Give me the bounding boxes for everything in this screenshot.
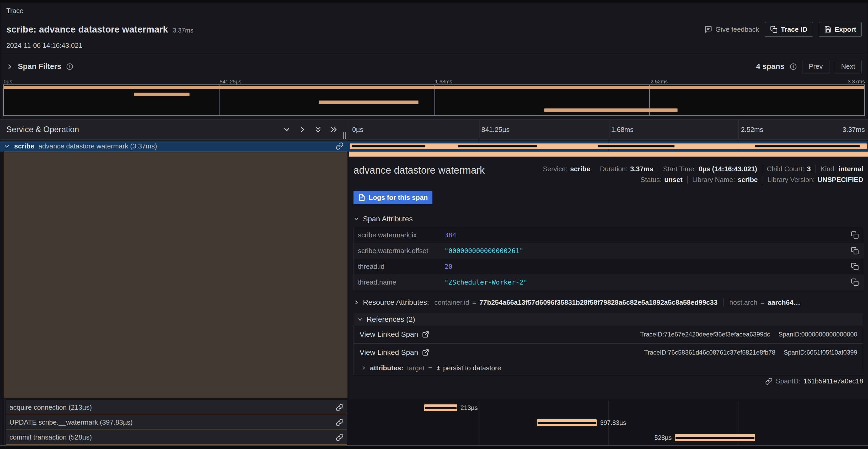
resource-attributes-toggle[interactable]: Resource Attributes:: [353, 298, 429, 307]
collapse-all-icon[interactable]: [314, 126, 322, 133]
root-span-operation: advance datastore watermark (3.37ms): [38, 142, 157, 150]
tree-controls: [283, 120, 338, 139]
trace-id-button[interactable]: Trace ID: [765, 22, 813, 37]
child-span-name-cell[interactable]: commit transaction (528µs): [6, 430, 347, 445]
column-resize-handle[interactable]: [343, 132, 346, 139]
reference-span-id: SpanID:6051f05f10af0399: [784, 349, 857, 356]
meta-label: Duration:: [600, 165, 628, 173]
attribute-row: thread.id 20: [354, 259, 863, 274]
root-span-bar[interactable]: [350, 144, 867, 149]
span-meta-line-1: Service: scribe Duration: 3.37ms: [543, 165, 863, 173]
chevron-right-icon[interactable]: [361, 365, 366, 370]
ruler-gridline: [609, 120, 609, 139]
span-detail-title: advance datastore watermark: [353, 163, 486, 184]
copy-icon[interactable]: [851, 231, 859, 239]
minimap-viewport[interactable]: [3, 85, 865, 116]
page-title: scribe: advance datastore watermark: [6, 24, 168, 35]
attribute-value: persist to datastore: [443, 364, 501, 372]
references-toggle[interactable]: References (2): [353, 313, 863, 326]
link-icon[interactable]: [336, 403, 344, 412]
external-link-icon: [422, 349, 429, 356]
child-span-bar[interactable]: 397.83µs: [537, 419, 597, 426]
view-linked-span-link[interactable]: View Linked Span: [360, 330, 429, 338]
child-span-name-cell[interactable]: UPDATE scribe.__watermark (397.83µs): [6, 415, 347, 430]
header-actions: Give feedback Trace ID Export: [704, 22, 862, 37]
view-linked-span-link[interactable]: View Linked Span: [360, 348, 429, 357]
next-span-button[interactable]: Next: [835, 60, 862, 73]
child-span-bar[interactable]: 213µs: [424, 405, 457, 411]
span-meta: Service: scribe Duration: 3.37ms: [543, 163, 863, 184]
root-span-name-cell[interactable]: scribe advance datastore watermark (3.37…: [0, 141, 349, 152]
export-button-label: Export: [835, 25, 856, 34]
trace-view-app: Trace scribe: advance datastore watermar…: [0, 0, 868, 449]
span-detail-row: advance datastore watermark Service: scr…: [0, 152, 868, 399]
resource-attribute: container.id = 77b254a66a13f57d6096f3583…: [434, 298, 717, 307]
attribute-value: "000000000000000261": [444, 247, 851, 255]
logs-for-span-button[interactable]: Logs for this span: [353, 191, 432, 204]
log-document-icon: [358, 194, 366, 201]
timeline-gridline: [478, 400, 479, 415]
arrow-up-from-line-icon: [436, 365, 441, 370]
expand-all-icon[interactable]: [330, 126, 338, 133]
minimap-tick: 841.25µs: [220, 79, 242, 85]
meta-value: 0µs (14:16:43.021): [699, 165, 757, 173]
meta-item: Kind: internal: [815, 165, 863, 173]
child-span-duration-label: 213µs: [461, 404, 478, 412]
span-filters-label: Span Filters: [18, 62, 61, 71]
resource-attribute-value: aarch64…: [768, 298, 800, 307]
link-icon[interactable]: [336, 419, 344, 426]
span-id-value: 161b5911e7a0ec18: [804, 377, 863, 385]
equals-sign: =: [428, 364, 432, 372]
span-attributes-toggle[interactable]: Span Attributes: [353, 215, 863, 223]
child-span-name-cell[interactable]: acquire connection (213µs): [6, 400, 347, 415]
meta-item: Service: scribe: [543, 165, 590, 173]
attribute-value-wrap: persist to datastore: [436, 364, 501, 372]
meta-item: Library Name: scribe: [687, 176, 758, 184]
child-span-duration-label: 397.83µs: [600, 419, 626, 426]
trace-header: Trace scribe: advance datastore watermar…: [0, 3, 868, 54]
meta-item: Start Time: 0µs (14:16:43.021): [658, 165, 757, 173]
child-span-bar[interactable]: 528µs: [675, 434, 755, 441]
reference-ids: TraceID:76c58361d46c08761c37ef5821e8fb78…: [644, 349, 857, 356]
timeline-gridline: [478, 430, 479, 445]
references-header: References (2): [367, 315, 415, 324]
minimap-span-bar: [134, 93, 190, 96]
meta-label: Kind:: [820, 165, 836, 173]
give-feedback-link[interactable]: Give feedback: [704, 25, 759, 34]
detail-header-row: advance datastore watermark Service: scr…: [353, 163, 863, 184]
span-filters-toggle[interactable]: Span Filters: [6, 62, 73, 71]
meta-label: Service:: [543, 165, 567, 173]
copy-icon: [770, 26, 778, 33]
meta-label: Status:: [640, 176, 662, 184]
child-span-name: UPDATE scribe.__watermark (397.83µs): [9, 418, 133, 426]
span-detail-body: advance datastore watermark Service: scr…: [349, 156, 868, 385]
copy-icon[interactable]: [851, 247, 859, 255]
save-icon: [824, 26, 832, 33]
link-icon[interactable]: [336, 433, 344, 441]
minimap-tick: 0µs: [4, 79, 12, 85]
child-span-name: commit transaction (528µs): [9, 433, 92, 441]
critical-path-segment: [458, 145, 537, 147]
link-icon[interactable]: [336, 142, 344, 150]
timeline-grid-header: Service & Operation 0µs 841.25µs 1.68ms …: [0, 119, 868, 140]
attribute-key: thread.id: [358, 263, 444, 271]
collapse-one-icon[interactable]: [283, 126, 290, 133]
export-button[interactable]: Export: [819, 22, 862, 37]
reference-attributes-row: attributes: target = persist to datastor…: [354, 361, 863, 375]
info-icon: [789, 63, 797, 70]
span-detail-tint-panel: [4, 152, 347, 398]
minimap-span-bar: [319, 100, 418, 104]
copy-icon[interactable]: [851, 278, 859, 286]
expand-one-icon[interactable]: [299, 126, 306, 133]
copy-icon[interactable]: [851, 263, 859, 270]
child-span-row: UPDATE scribe.__watermark (397.83µs) 397…: [0, 415, 868, 430]
prev-span-button[interactable]: Prev: [802, 60, 829, 73]
critical-path-segment: [598, 145, 675, 147]
chevron-down-icon[interactable]: [4, 143, 10, 149]
child-span-name: acquire connection (213µs): [9, 403, 92, 412]
reference-row: View Linked Span TraceID:71e67e2420deeef…: [354, 326, 863, 343]
give-feedback-label: Give feedback: [715, 25, 759, 34]
breadcrumb: Trace: [6, 7, 24, 15]
span-attributes-table: scribe.watermark.ix 384 scribe.watermark…: [353, 227, 863, 290]
meta-value: 3.37ms: [630, 165, 653, 173]
